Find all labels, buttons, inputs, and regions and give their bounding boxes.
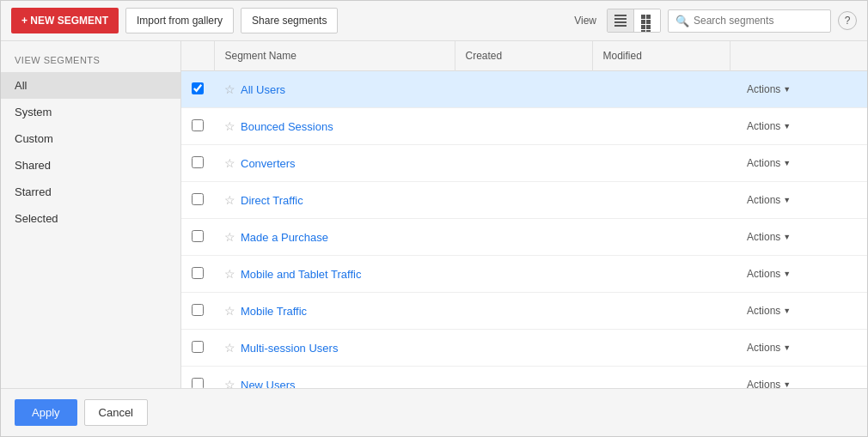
cell-created	[455, 219, 592, 256]
actions-button[interactable]: Actions ▼	[740, 228, 798, 246]
cell-created	[455, 367, 592, 389]
segment-name-link[interactable]: Mobile Traffic	[241, 305, 307, 318]
cell-created	[455, 108, 592, 145]
row-checkbox[interactable]	[192, 341, 204, 353]
list-view-icon	[614, 15, 627, 27]
cell-created	[455, 330, 592, 367]
star-icon[interactable]: ☆	[224, 82, 235, 96]
segment-name-link[interactable]: All Users	[241, 83, 285, 96]
star-icon[interactable]: ☆	[224, 119, 235, 133]
cell-created	[455, 256, 592, 293]
segment-name-link[interactable]: New Users	[241, 379, 296, 389]
cell-modified	[592, 330, 730, 367]
star-icon[interactable]: ☆	[224, 378, 235, 388]
segment-name-link[interactable]: Multi-session Users	[241, 342, 338, 355]
table-header-row: Segment Name Created Modified	[181, 41, 867, 71]
row-checkbox[interactable]	[192, 304, 204, 316]
cell-modified	[592, 367, 730, 389]
segment-name-link[interactable]: Mobile and Tablet Traffic	[241, 268, 361, 281]
footer: Apply Cancel	[1, 388, 867, 436]
actions-arrow-icon: ▼	[783, 380, 791, 388]
row-checkbox[interactable]	[192, 378, 204, 389]
table-row: ☆Bounced SessionsActions ▼	[181, 108, 867, 145]
cell-modified	[592, 182, 730, 219]
row-checkbox[interactable]	[192, 193, 204, 205]
actions-button[interactable]: Actions ▼	[740, 375, 798, 388]
grid-view-button[interactable]	[634, 9, 660, 32]
sidebar-item-all[interactable]: All	[1, 72, 180, 99]
cell-modified	[592, 293, 730, 330]
actions-arrow-icon: ▼	[783, 122, 791, 130]
row-checkbox[interactable]	[192, 156, 204, 168]
segment-name-link[interactable]: Made a Purchase	[241, 231, 328, 244]
cell-created	[455, 182, 592, 219]
segment-name-link[interactable]: Bounced Sessions	[241, 120, 333, 133]
share-segments-button[interactable]: Share segments	[241, 8, 338, 33]
sidebar-item-custom[interactable]: Custom	[1, 125, 180, 152]
help-button[interactable]: ?	[838, 11, 857, 30]
table-row: ☆Direct TrafficActions ▼	[181, 182, 867, 219]
search-input[interactable]	[694, 15, 814, 27]
actions-arrow-icon: ▼	[783, 196, 791, 204]
table-row: ☆All UsersActions ▼	[181, 71, 867, 108]
actions-button[interactable]: Actions ▼	[740, 338, 798, 357]
star-icon[interactable]: ☆	[224, 341, 235, 355]
cell-modified	[592, 145, 730, 182]
view-label: View	[574, 15, 596, 27]
toolbar: + NEW SEGMENT Import from gallery Share …	[1, 1, 867, 41]
apply-button[interactable]: Apply	[15, 399, 77, 426]
row-checkbox[interactable]	[192, 119, 204, 131]
table-row: ☆New UsersActions ▼	[181, 367, 867, 389]
sidebar: VIEW SEGMENTS AllSystemCustomSharedStarr…	[1, 41, 181, 388]
sidebar-item-starred[interactable]: Starred	[1, 179, 180, 205]
cell-modified	[592, 256, 730, 293]
actions-button[interactable]: Actions ▼	[740, 154, 798, 173]
col-checkbox	[181, 41, 214, 71]
star-icon[interactable]: ☆	[224, 304, 235, 318]
col-created: Created	[455, 41, 592, 71]
segments-table: Segment Name Created Modified ☆All Users…	[181, 41, 867, 388]
row-checkbox[interactable]	[192, 82, 204, 94]
col-actions-header	[730, 41, 867, 71]
view-toggle	[607, 9, 661, 33]
table-row: ☆Mobile and Tablet TrafficActions ▼	[181, 256, 867, 293]
actions-button[interactable]: Actions ▼	[740, 264, 798, 283]
search-icon: 🔍	[675, 15, 689, 27]
main-container: + NEW SEGMENT Import from gallery Share …	[0, 0, 868, 437]
star-icon[interactable]: ☆	[224, 156, 235, 170]
search-box: 🔍	[668, 9, 831, 33]
sidebar-item-selected[interactable]: Selected	[1, 205, 180, 232]
actions-button[interactable]: Actions ▼	[740, 117, 798, 136]
row-checkbox[interactable]	[192, 267, 204, 279]
table-row: ☆Made a PurchaseActions ▼	[181, 219, 867, 256]
import-from-gallery-button[interactable]: Import from gallery	[125, 8, 234, 33]
actions-arrow-icon: ▼	[783, 307, 791, 315]
star-icon[interactable]: ☆	[224, 193, 235, 207]
grid-view-icon	[641, 15, 653, 27]
cell-created	[455, 293, 592, 330]
list-view-button[interactable]	[608, 9, 634, 32]
table-area: Segment Name Created Modified ☆All Users…	[181, 41, 867, 388]
table-row: ☆Multi-session UsersActions ▼	[181, 330, 867, 367]
actions-button[interactable]: Actions ▼	[740, 301, 798, 320]
cell-modified	[592, 219, 730, 256]
actions-button[interactable]: Actions ▼	[740, 80, 798, 99]
cell-modified	[592, 71, 730, 108]
col-segment-name: Segment Name	[214, 41, 455, 71]
row-checkbox[interactable]	[192, 230, 204, 242]
table-row: ☆Mobile TrafficActions ▼	[181, 293, 867, 330]
actions-button[interactable]: Actions ▼	[740, 191, 798, 209]
segment-name-link[interactable]: Direct Traffic	[241, 194, 303, 207]
actions-arrow-icon: ▼	[783, 159, 791, 167]
star-icon[interactable]: ☆	[224, 230, 235, 244]
sidebar-item-shared[interactable]: Shared	[1, 152, 180, 179]
table-row: ☆ConvertersActions ▼	[181, 145, 867, 182]
sidebar-item-system[interactable]: System	[1, 99, 180, 125]
cancel-button[interactable]: Cancel	[84, 399, 148, 426]
main-content: VIEW SEGMENTS AllSystemCustomSharedStarr…	[1, 41, 867, 388]
sidebar-section-label: VIEW SEGMENTS	[1, 55, 180, 72]
new-segment-button[interactable]: + NEW SEGMENT	[11, 8, 119, 33]
segment-name-link[interactable]: Converters	[241, 157, 296, 170]
star-icon[interactable]: ☆	[224, 267, 235, 281]
col-modified: Modified	[592, 41, 730, 71]
